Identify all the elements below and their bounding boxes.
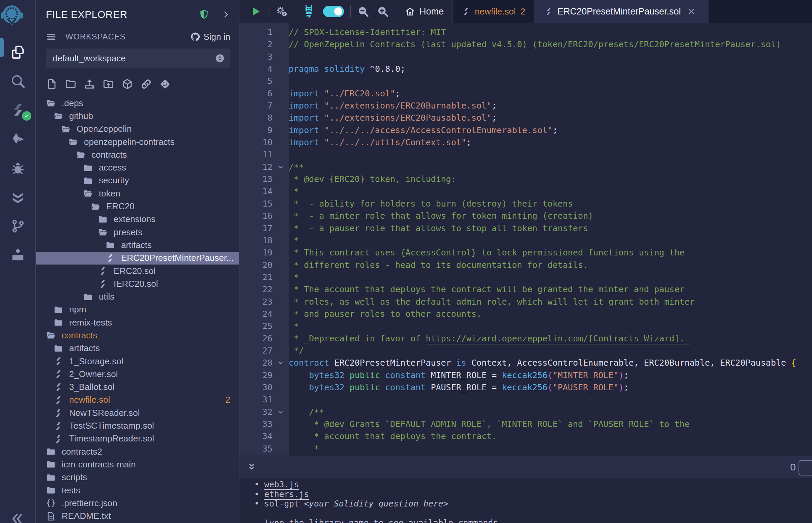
- tree-item-security[interactable]: security: [36, 174, 239, 187]
- tree-item-openzeppelin-contracts[interactable]: openzeppelin-contracts: [36, 136, 239, 148]
- solidity-icon: [53, 369, 64, 379]
- compiled-check-badge: [22, 111, 31, 121]
- tab-home[interactable]: Home: [396, 6, 453, 17]
- search-icon: [10, 73, 25, 89]
- workspace-selector[interactable]: default_workspace: [46, 49, 230, 68]
- tree-item-3-ballot-sol[interactable]: 3_Ballot.sol: [36, 381, 239, 394]
- workspace-switch-icon[interactable]: [215, 53, 225, 64]
- tree-item-token[interactable]: token: [36, 187, 239, 200]
- terminal-link[interactable]: ethers.js: [264, 489, 309, 499]
- activity-deploy-run[interactable]: [0, 125, 35, 154]
- activity-learneth[interactable]: [0, 240, 35, 270]
- fold-gutter: [272, 210, 289, 222]
- code-text: */: [289, 345, 812, 357]
- line-number: 8: [240, 112, 272, 124]
- activity-solidity-compiler[interactable]: [0, 96, 35, 125]
- tree-item-2-owner-sol[interactable]: 2_Owner.sol: [36, 368, 239, 380]
- tree-item-1-storage-sol[interactable]: 1_Storage.sol: [36, 355, 239, 368]
- activity-unit-testing[interactable]: [0, 183, 35, 212]
- terminal-link[interactable]: web3.js: [264, 480, 299, 489]
- tree-item-newtsreader-sol[interactable]: NewTSReader.sol: [36, 407, 239, 419]
- line-number: 24: [240, 308, 272, 320]
- zoom-out-icon[interactable]: [357, 5, 369, 18]
- tree-item-erc20presetminterpauser-[interactable]: ERC20PresetMinterPauser...: [36, 252, 239, 265]
- tree-item-erc20-sol[interactable]: ERC20.sol: [36, 265, 239, 277]
- tab-erc20presetminterpauser[interactable]: ERC20PresetMinterPauser.sol: [534, 0, 708, 23]
- code-line-6: 6import "../ERC20.sol";: [240, 88, 812, 100]
- tree-item-presets[interactable]: presets: [36, 226, 239, 239]
- github-icon[interactable]: [190, 32, 200, 42]
- sign-in-button[interactable]: Sign in: [204, 32, 231, 42]
- code-line-23: 23 * roles, as well as the default admin…: [240, 296, 812, 308]
- tree-item-access[interactable]: access: [36, 161, 239, 174]
- fold-gutter: [272, 443, 289, 455]
- chevron-right-icon[interactable]: [222, 10, 230, 19]
- tree-item-scripts[interactable]: scripts: [36, 471, 239, 484]
- upload-folder-icon[interactable]: [103, 78, 114, 90]
- editor-area: Home newfile.sol 2 ERC20PresetMinterPaus…: [240, 0, 812, 523]
- tab-newfile[interactable]: newfile.sol 2: [453, 0, 534, 23]
- code-line-32: 32 /**: [240, 406, 812, 418]
- code-text: *: [289, 185, 812, 197]
- ai-toggle[interactable]: [323, 6, 344, 17]
- new-folder-icon[interactable]: [65, 78, 76, 90]
- tree-item-extensions[interactable]: extensions: [36, 213, 239, 226]
- fold-gutter[interactable]: [272, 406, 289, 418]
- tree-item--prettierrc-json[interactable]: .prettierrc.json: [36, 497, 239, 509]
- tree-item-github[interactable]: github: [36, 109, 239, 122]
- code-line-11: 11: [240, 149, 812, 161]
- tree-item-artifacts[interactable]: artifacts: [36, 239, 239, 251]
- tree-item-contracts2[interactable]: contracts2: [36, 445, 239, 458]
- tree-item-artifacts[interactable]: artifacts: [36, 342, 239, 355]
- new-file-icon[interactable]: [46, 78, 58, 90]
- tree-item-utils[interactable]: utils: [36, 290, 239, 303]
- upload-file-icon[interactable]: [84, 78, 95, 90]
- tree-item-erc20[interactable]: ERC20: [36, 200, 239, 213]
- tree-item-tests[interactable]: tests: [36, 484, 239, 497]
- fold-gutter[interactable]: [272, 161, 289, 173]
- link-icon[interactable]: [140, 78, 152, 90]
- code-line-10: 10import "../../../utils/Context.sol";: [240, 137, 812, 149]
- zoom-in-icon[interactable]: [377, 5, 389, 18]
- tree-item-label: contracts2: [62, 447, 102, 457]
- code-text: * This contract uses {AccessControl} to …: [289, 247, 812, 259]
- tree-item-contracts[interactable]: contracts: [36, 329, 239, 342]
- shield-icon[interactable]: [199, 9, 209, 20]
- code-line-3: 3: [240, 51, 812, 63]
- activity-debugger[interactable]: [0, 154, 35, 183]
- tree-item-newfile-sol[interactable]: newfile.sol2: [36, 394, 239, 407]
- tree-item-timestampreader-sol[interactable]: TimestampReader.sol: [36, 432, 239, 445]
- terminal-expand-icon[interactable]: [247, 462, 256, 472]
- ai-assistant-icon[interactable]: [301, 4, 316, 19]
- terminal-menu-button[interactable]: [798, 460, 812, 475]
- tree-item-label: remix-tests: [69, 318, 112, 328]
- code-text: * - ability for holders to burn (destroy…: [289, 198, 812, 210]
- hamburger-menu-icon[interactable]: [46, 31, 57, 42]
- activity-search[interactable]: [0, 67, 35, 96]
- fold-gutter[interactable]: [272, 357, 289, 369]
- tree-item-readme-txt[interactable]: README.txt: [36, 510, 239, 523]
- fold-chevron-icon: [277, 164, 284, 170]
- activity-file-explorer[interactable]: [0, 38, 35, 67]
- line-number: 23: [240, 296, 272, 308]
- activity-git[interactable]: [0, 212, 35, 240]
- terminal-header[interactable]: 0: [240, 456, 812, 478]
- fold-gutter: [272, 75, 289, 87]
- tree-item-icm-contracts-main[interactable]: icm-contracts-main: [36, 458, 239, 471]
- tree-item--deps[interactable]: .deps: [36, 97, 239, 109]
- run-script-icon[interactable]: [249, 5, 262, 18]
- git-clone-icon[interactable]: [159, 78, 171, 90]
- tree-item-openzeppelin[interactable]: OpenZeppelin: [36, 123, 239, 136]
- tree-item-ierc20-sol[interactable]: IERC20.sol: [36, 277, 239, 290]
- tree-item-label: IERC20.sol: [113, 279, 158, 289]
- tree-item-testsctimestamp-sol[interactable]: TestSCTimestamp.sol: [36, 419, 239, 432]
- code-editor[interactable]: 1// SPDX-License-Identifier: MIT2// Open…: [240, 23, 812, 456]
- tree-item-contracts[interactable]: contracts: [36, 148, 239, 161]
- tree-item-remix-tests[interactable]: remix-tests: [36, 316, 239, 329]
- tree-item-npm[interactable]: npm: [36, 303, 239, 316]
- collapse-sidebar-icon[interactable]: [10, 511, 24, 523]
- ipfs-cube-icon[interactable]: [121, 78, 133, 90]
- compile-settings-icon[interactable]: [275, 5, 288, 18]
- terminal-line: • web3.js: [254, 480, 812, 490]
- close-tab-icon[interactable]: [687, 7, 696, 16]
